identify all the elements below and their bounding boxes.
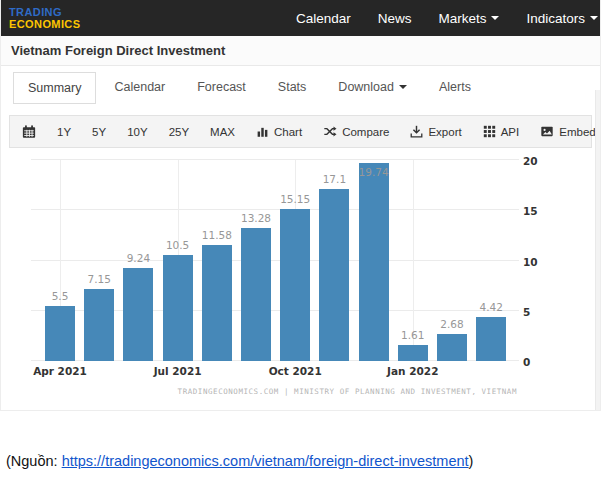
top-navbar: TRADING ECONOMICS Calendar News Markets … [1,0,600,36]
x-axis-tick: Jul 2021 [154,365,202,377]
section-tabs: Summary Calendar Forecast Stats Download… [1,66,600,103]
range-label: 10Y [127,126,147,138]
tradingeconomics-screenshot: TRADING ECONOMICS Calendar News Markets … [0,0,601,411]
x-axis-tick: Oct 2021 [269,365,322,377]
tool-label: Chart [274,126,302,138]
page-title: Vietnam Foreign Direct Investment [11,43,225,58]
range-label: MAX [210,126,235,138]
chevron-down-icon [491,16,499,24]
source-link[interactable]: https://tradingeconomics.com/vietnam/for… [62,453,469,469]
y-axis-tick: 20 [523,155,538,167]
source-caption: (Nguồn: https://tradingeconomics.com/vie… [6,453,601,469]
bar-jan-2022[interactable] [398,345,428,361]
grid-icon [483,125,496,138]
range-label: 1Y [57,126,71,138]
nav-item-label: Markets [438,11,486,26]
range-5y-button[interactable]: 5Y [92,126,106,138]
bar-jul-2021[interactable] [163,255,193,361]
nav-item-indicators[interactable]: Indicators [526,11,598,26]
bar-feb-2022[interactable] [437,334,467,361]
nav-item-label: News [378,11,412,26]
chart-type-button[interactable]: Chart [256,125,302,138]
tab-label: Stats [278,80,307,94]
tab-summary[interactable]: Summary [13,72,96,104]
bar-chart-icon [256,125,269,138]
logo-line-trading: TRADING [9,6,80,18]
chart-toolbar: 1Y 5Y 10Y 25Y MAX Chart Compare [9,115,592,148]
gridline-h [31,209,519,210]
nav-item-calendar[interactable]: Calendar [296,11,351,26]
bar-aug-2021[interactable] [202,245,232,361]
page-title-bar: Vietnam Foreign Direct Investment [1,36,600,66]
y-axis-tick: 10 [523,256,538,268]
x-axis-tick: Jan 2022 [387,365,438,377]
x-axis-tick: Apr 2021 [33,365,87,377]
nav-item-markets[interactable]: Markets [438,11,499,26]
compare-button[interactable]: Compare [323,125,389,138]
bar-value-label: 1.61 [383,329,443,341]
tab-stats[interactable]: Stats [264,72,321,102]
bar-value-label: 15.15 [265,193,325,205]
compare-arrows-icon [323,125,337,138]
tool-label: Embed [559,126,595,138]
export-button[interactable]: Export [410,125,461,138]
tab-alerts[interactable]: Alerts [425,72,485,102]
image-icon [540,125,554,138]
bar-sep-2021[interactable] [241,228,271,361]
gridline-h [31,260,519,261]
right-panel-edge [595,90,601,410]
chart-attribution: TRADINGECONOMICS.COM | MINISTRY OF PLANN… [178,387,517,396]
embed-button[interactable]: Embed [540,125,595,138]
tab-label: Calendar [114,80,165,94]
chart-region: TRADINGECONOMICS.COM | MINISTRY OF PLANN… [9,148,576,410]
nav-item-label: Indicators [526,11,585,26]
tool-label: Export [428,126,461,138]
tab-label: Forecast [197,80,246,94]
bar-nov-2021[interactable] [319,189,349,361]
download-icon [410,125,423,138]
range-1y-button[interactable]: 1Y [57,126,71,138]
range-max-button[interactable]: MAX [210,126,235,138]
bar-value-label: 19.74 [344,166,404,178]
api-button[interactable]: API [483,125,520,138]
range-10y-button[interactable]: 10Y [127,126,147,138]
navbar-menu: Calendar News Markets Indicators [296,11,600,26]
tab-calendar[interactable]: Calendar [100,72,179,102]
plot-area[interactable]: TRADINGECONOMICS.COM | MINISTRY OF PLANN… [31,160,519,361]
tab-label: Download [338,80,394,94]
bar-mar-2022[interactable] [476,317,506,361]
bar-value-label: 5.5 [30,290,90,302]
bar-value-label: 9.24 [108,252,168,264]
tool-label: API [501,126,520,138]
caption-suffix: ) [469,453,474,469]
bar-oct-2021[interactable] [280,209,310,361]
range-label: 25Y [169,126,189,138]
gridline-h [31,159,519,160]
logo-line-economics: ECONOMICS [9,18,80,30]
tab-forecast[interactable]: Forecast [183,72,260,102]
caption-prefix: (Nguồn: [6,453,62,469]
tool-label: Compare [342,126,389,138]
chevron-down-icon [399,85,407,93]
bar-value-label: 4.42 [461,301,521,313]
date-range-picker-button[interactable] [22,125,36,139]
y-axis-tick: 0 [523,356,530,368]
bar-value-label: 2.68 [422,318,482,330]
y-axis-tick: 15 [523,205,538,217]
bar-value-label: 11.58 [187,229,247,241]
bar-may-2021[interactable] [84,289,114,361]
nav-item-news[interactable]: News [378,11,412,26]
chevron-down-icon [590,16,598,24]
bar-value-label: 10.5 [148,239,208,251]
calendar-icon [22,125,36,139]
tab-label: Alerts [439,80,471,94]
y-axis-tick: 5 [523,306,530,318]
bar-value-label: 7.15 [69,273,129,285]
tradingeconomics-logo[interactable]: TRADING ECONOMICS [9,6,80,31]
tab-label: Summary [28,81,81,95]
bar-jun-2021[interactable] [123,268,153,361]
range-25y-button[interactable]: 25Y [169,126,189,138]
range-label: 5Y [92,126,106,138]
bar-apr-2021[interactable] [45,306,75,361]
tab-download[interactable]: Download [324,72,421,102]
